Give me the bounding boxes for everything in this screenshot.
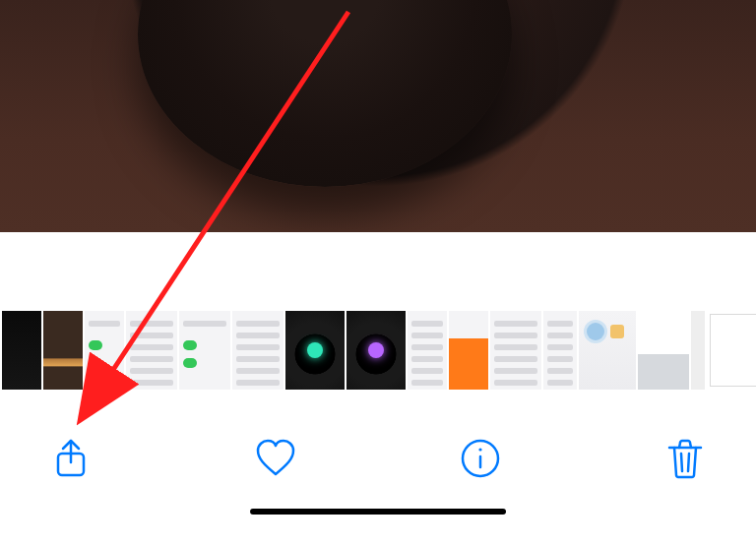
photo-subject-disc xyxy=(138,0,512,187)
thumb-app-grid[interactable] xyxy=(408,311,447,390)
toolbar-row xyxy=(0,408,756,499)
heart-icon xyxy=(254,437,297,483)
thumb-sliver[interactable] xyxy=(691,311,705,390)
bottom-toolbar xyxy=(0,408,756,546)
thumb-settings-list-1[interactable] xyxy=(126,311,177,390)
home-indicator[interactable] xyxy=(250,509,506,515)
thumb-settings-list-5[interactable] xyxy=(543,311,577,390)
thumb-settings-toggles[interactable] xyxy=(85,311,124,390)
mouse-logo-icon xyxy=(368,342,384,358)
thumb-sunrise[interactable] xyxy=(43,311,83,390)
info-icon xyxy=(459,437,502,483)
delete-button[interactable] xyxy=(658,432,713,487)
main-photo[interactable] xyxy=(0,0,756,232)
thumb-settings-list-4[interactable] xyxy=(490,311,541,390)
thumb-mouse-teal[interactable] xyxy=(285,311,345,390)
svg-point-4 xyxy=(478,448,481,451)
share-icon xyxy=(49,437,93,483)
svg-line-6 xyxy=(688,454,689,471)
thumb-keyboard-screen[interactable] xyxy=(638,311,689,390)
trash-icon xyxy=(663,437,707,483)
thumb-people-cards[interactable] xyxy=(579,311,636,390)
thumbnail-strip[interactable] xyxy=(0,311,756,390)
thumb-macos-ventura[interactable] xyxy=(449,311,488,390)
thumb-settings-list-2[interactable] xyxy=(179,311,230,390)
mouse-logo-icon xyxy=(307,342,323,358)
thumb-mouse-purple[interactable] xyxy=(346,311,406,390)
svg-line-5 xyxy=(681,454,682,471)
photos-detail-view xyxy=(0,0,756,546)
thumb-dark-room[interactable] xyxy=(2,311,41,390)
share-button[interactable] xyxy=(43,432,98,487)
thumb-settings-list-3[interactable] xyxy=(232,311,284,390)
favorite-button[interactable] xyxy=(248,432,303,487)
info-button[interactable] xyxy=(453,432,508,487)
thumb-selected-current[interactable] xyxy=(707,311,756,390)
